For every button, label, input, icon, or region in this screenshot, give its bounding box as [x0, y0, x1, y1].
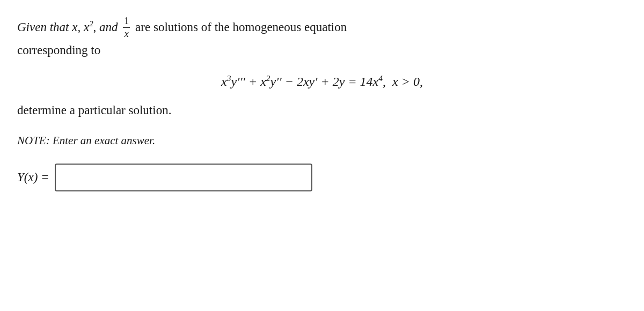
answer-label: Y(x) =	[17, 171, 49, 184]
determine-text: determine a particular solution.	[17, 103, 171, 117]
fraction-1-over-x: 1 x	[123, 15, 130, 41]
note-text: NOTE: Enter an exact answer.	[17, 134, 155, 147]
answer-input[interactable]	[55, 164, 312, 191]
intro-text: Given that x, x2, and	[17, 18, 121, 38]
corresponding-to-text: corresponding to	[17, 43, 100, 57]
equation-block: x3y′′′ + x2y′′ − 2xy′ + 2y = 14x4, x > 0…	[17, 73, 627, 89]
fraction-denominator: x	[123, 28, 130, 40]
equation-text: x3y′′′ + x2y′′ − 2xy′ + 2y = 14x4, x > 0…	[221, 75, 423, 88]
corresponding-to-line: corresponding to	[17, 41, 627, 61]
fraction-numerator: 1	[123, 15, 130, 28]
solutions-suffix: are solutions of the homogeneous equatio…	[132, 18, 347, 38]
intro-line: Given that x, x2, and 1 x are solutions …	[17, 15, 627, 41]
determine-line: determine a particular solution.	[17, 101, 627, 121]
content-wrapper: Given that x, x2, and 1 x are solutions …	[17, 15, 627, 191]
answer-row: Y(x) =	[17, 164, 627, 191]
note-line: NOTE: Enter an exact answer.	[17, 134, 627, 147]
